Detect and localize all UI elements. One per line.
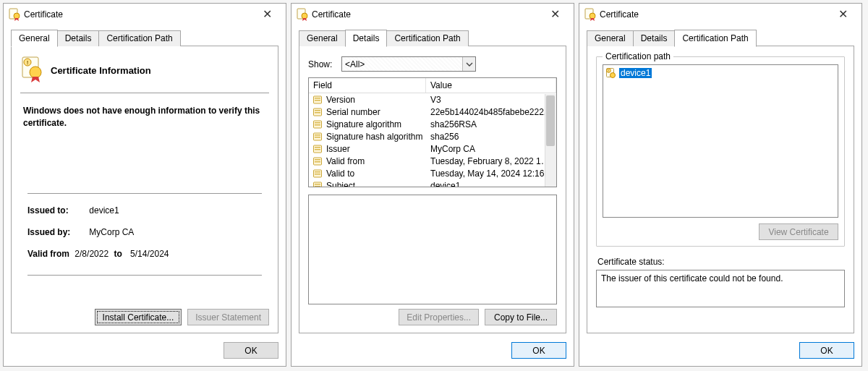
issued-by-value: MyCorp CA (86, 227, 134, 237)
certificate-status-section: Certificate status: The issuer of this c… (596, 255, 845, 307)
valid-from-value: 2/8/2022 (72, 249, 109, 259)
certification-path-tree[interactable]: device1 (603, 64, 838, 218)
issued-by-row: Issued by: MyCorp CA (27, 227, 262, 237)
dialog-actions: OK (4, 336, 286, 366)
install-certificate-button[interactable]: Install Certificate... (95, 309, 182, 325)
property-icon (313, 169, 323, 179)
certificate-dialog-general: Certificate ✕ General Details Certificat… (3, 3, 286, 367)
list-row[interactable]: Subjectdevice1 (309, 179, 556, 187)
field-value: MyCorp CA (426, 144, 556, 154)
tab-certification-path[interactable]: Certification Path (386, 30, 468, 46)
property-icon (313, 107, 323, 117)
tab-details[interactable]: Details (57, 30, 100, 46)
valid-to-value: 5/14/2024 (127, 249, 169, 259)
listview-header: Field Value (309, 78, 556, 93)
dialog-actions: OK (579, 336, 861, 366)
tab-details[interactable]: Details (633, 30, 676, 46)
list-row[interactable]: IssuerMyCorp CA (309, 142, 556, 155)
close-button[interactable]: ✕ (540, 9, 569, 20)
field-name: Serial number (326, 107, 380, 117)
property-icon (313, 181, 323, 187)
tab-general[interactable]: General (587, 30, 634, 46)
ok-button[interactable]: OK (799, 342, 854, 359)
window-title: Certificate (21, 9, 252, 20)
show-combobox[interactable]: <All> (341, 56, 476, 72)
verification-warning: Windows does not have enough information… (23, 105, 266, 129)
field-name: Valid from (326, 156, 365, 166)
property-icon (313, 119, 323, 129)
tab-general[interactable]: General (299, 30, 346, 46)
tab-details[interactable]: Details (345, 30, 388, 47)
list-row[interactable]: Valid toTuesday, May 14, 2024 12:16... (309, 167, 556, 179)
copy-to-file-button[interactable]: Copy to File... (485, 309, 557, 325)
tab-certification-path[interactable]: Certification Path (98, 30, 180, 46)
list-row[interactable]: Serial number22e5b144024b485fabebe222... (309, 106, 556, 118)
field-name: Signature algorithm (326, 119, 401, 129)
chevron-down-icon (462, 57, 475, 71)
titlebar: Certificate ✕ (579, 4, 861, 25)
field-value: Tuesday, February 8, 2022 12... (426, 156, 556, 166)
scrollbar-thumb[interactable] (546, 95, 555, 146)
tabstrip: General Details Certification Path (292, 30, 574, 46)
issued-to-row: Issued to: device1 (27, 205, 262, 216)
ok-button[interactable]: OK (224, 342, 278, 359)
issued-to-label: Issued to: (27, 205, 84, 216)
property-icon (313, 132, 323, 142)
tree-node[interactable]: device1 (605, 67, 836, 80)
divider (20, 93, 269, 93)
certificate-icon (8, 8, 21, 21)
field-value-textbox[interactable] (308, 195, 557, 304)
ok-button[interactable]: OK (511, 342, 566, 359)
tab-general[interactable]: General (11, 30, 58, 47)
divider (27, 275, 262, 276)
certificate-fields: Issued to: device1 Issued by: MyCorp CA … (20, 189, 269, 283)
field-name: Subject (326, 181, 355, 187)
show-label: Show: (308, 59, 336, 69)
issued-to-value: device1 (86, 205, 119, 216)
list-row[interactable]: Signature hash algorithmsha256 (309, 130, 556, 142)
field-value: V3 (426, 95, 556, 105)
certificate-badge-icon (22, 56, 43, 84)
certification-path-label: Certification path (603, 51, 673, 61)
certificate-icon (296, 8, 309, 21)
certificate-status-box: The issuer of this certificate could not… (596, 270, 845, 307)
tabpage-certification-path: Certification path device1 View Certific… (587, 46, 854, 333)
fields-listview[interactable]: Field Value VersionV3Serial number22e5b1… (308, 77, 557, 187)
property-icon (313, 156, 323, 166)
tabpage-details: Show: <All> Field Value VersionV3Serial … (299, 46, 566, 333)
window-title: Certificate (597, 9, 828, 20)
tabstrip: General Details Certification Path (579, 30, 861, 46)
list-row[interactable]: VersionV3 (309, 93, 556, 106)
list-row[interactable]: Signature algorithmsha256RSA (309, 118, 556, 130)
field-name: Issuer (326, 144, 350, 154)
scrollbar[interactable] (545, 94, 556, 187)
valid-to-label: to (111, 249, 124, 259)
certificate-dialog-certpath: Certificate ✕ General Details Certificat… (579, 3, 862, 367)
validity-row: Valid from 2/8/2022 to 5/14/2024 (27, 249, 262, 259)
column-value[interactable]: Value (426, 78, 556, 93)
valid-from-label: Valid from (27, 249, 69, 259)
tabstrip: General Details Certification Path (4, 30, 286, 46)
show-selected-value: <All> (345, 59, 365, 69)
field-value: sha256 (426, 132, 556, 142)
field-value: 22e5b144024b485fabebe222... (426, 107, 556, 117)
divider (27, 193, 262, 194)
list-row[interactable]: Valid fromTuesday, February 8, 2022 12..… (309, 155, 556, 167)
tabpage-general: Certificate Information Windows does not… (11, 46, 278, 333)
titlebar: Certificate ✕ (292, 4, 574, 25)
certification-path-group: Certification path device1 View Certific… (596, 56, 845, 247)
column-field[interactable]: Field (309, 78, 426, 93)
listview-body: VersionV3Serial number22e5b144024b485fab… (309, 93, 556, 187)
certificate-information-label: Certificate Information (51, 65, 151, 76)
certificate-dialog-details: Certificate ✕ General Details Certificat… (291, 3, 574, 367)
close-button[interactable]: ✕ (828, 9, 857, 20)
issuer-statement-button: Issuer Statement (187, 309, 269, 325)
certificate-warning-icon (606, 68, 616, 78)
general-actions: Install Certificate... Issuer Statement (20, 304, 269, 325)
certificate-status-value: The issuer of this certificate could not… (601, 273, 783, 283)
certificate-icon (584, 8, 597, 21)
field-value: sha256RSA (426, 119, 556, 129)
close-button[interactable]: ✕ (252, 9, 281, 20)
tab-certification-path[interactable]: Certification Path (674, 30, 756, 47)
issued-by-label: Issued by: (27, 227, 84, 237)
